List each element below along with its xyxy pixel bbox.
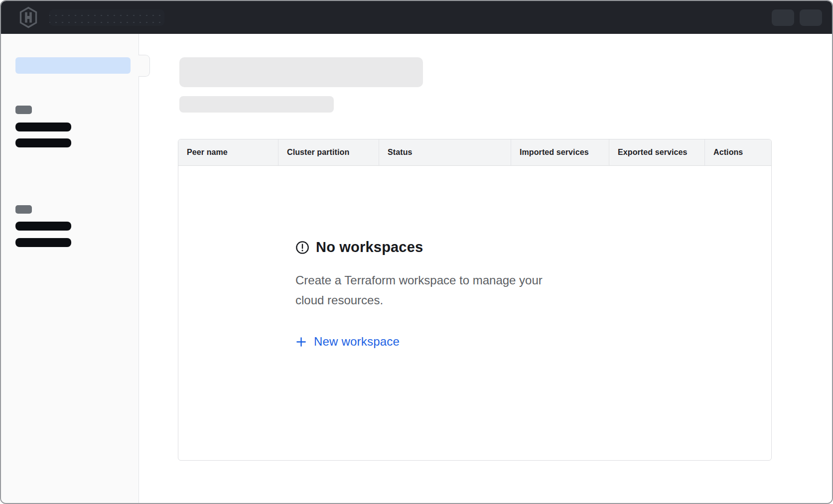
empty-state-description-line: cloud resources. [295, 290, 543, 310]
sidebar-nav-item-skeleton[interactable] [15, 138, 71, 147]
column-header-actions: Actions [705, 139, 771, 165]
sidebar-nav-item-skeleton[interactable] [15, 222, 71, 231]
page-title-skeleton [179, 57, 423, 87]
topbar-search-placeholder[interactable] [49, 9, 164, 26]
sidebar-nav-item-skeleton[interactable] [15, 238, 71, 247]
empty-state-title: No workspaces [316, 239, 423, 255]
column-header-cluster-partition: Cluster partition [278, 139, 379, 165]
peers-table: Peer name Cluster partition Status Impor… [178, 139, 772, 461]
column-header-peer-name: Peer name [178, 139, 278, 165]
column-header-exported-services: Exported services [609, 139, 705, 165]
new-workspace-button[interactable]: New workspace [295, 335, 400, 349]
column-header-status: Status [379, 139, 511, 165]
sidebar-collapse-handle[interactable] [139, 55, 150, 77]
empty-state: No workspaces Create a Terraform workspa… [295, 239, 543, 349]
plus-icon [295, 336, 307, 348]
app-window: Peer name Cluster partition Status Impor… [0, 0, 833, 504]
alert-circle-icon [295, 241, 309, 254]
app-body: Peer name Cluster partition Status Impor… [1, 34, 832, 504]
main-content: Peer name Cluster partition Status Impor… [139, 34, 832, 504]
sidebar-section-label-skeleton [15, 205, 32, 214]
page-subtitle-skeleton [179, 96, 334, 113]
empty-state-description-line: Create a Terraform workspace to manage y… [295, 270, 543, 290]
topbar-button-placeholder-2[interactable] [800, 9, 822, 26]
column-header-imported-services: Imported services [511, 139, 609, 165]
empty-state-description: Create a Terraform workspace to manage y… [295, 270, 543, 310]
sidebar [1, 34, 139, 504]
table-header-row: Peer name Cluster partition Status Impor… [178, 139, 771, 166]
new-workspace-label: New workspace [314, 335, 400, 349]
topbar-button-placeholder-1[interactable] [772, 9, 794, 26]
sidebar-nav-item-skeleton[interactable] [15, 123, 71, 131]
sidebar-active-item-skeleton[interactable] [15, 57, 131, 74]
topbar-actions [772, 9, 822, 26]
hashicorp-logo-icon[interactable] [18, 6, 39, 29]
topbar [1, 1, 832, 34]
empty-state-heading: No workspaces [295, 239, 543, 255]
sidebar-section-label-skeleton [15, 106, 32, 114]
